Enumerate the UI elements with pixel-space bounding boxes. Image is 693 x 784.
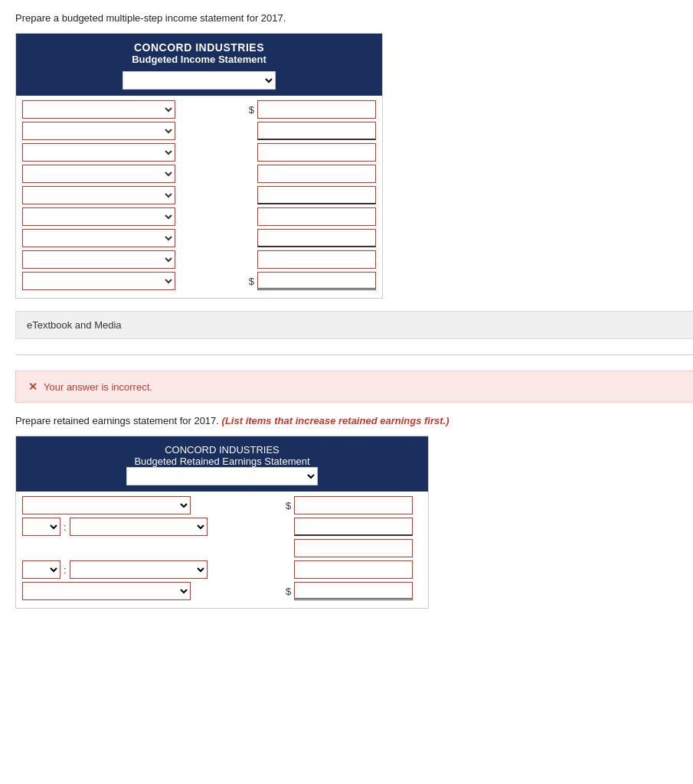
re-label-2b[interactable] bbox=[70, 518, 208, 536]
re-row-5: $ bbox=[22, 582, 422, 600]
dollar-9: $ bbox=[249, 276, 254, 287]
re-row-4: : $ bbox=[22, 560, 422, 579]
income-label-8[interactable] bbox=[22, 250, 175, 269]
re-label-2a[interactable] bbox=[22, 518, 60, 536]
income-value-7[interactable] bbox=[257, 229, 376, 247]
income-row-3: $ bbox=[22, 143, 376, 162]
income-label-2[interactable] bbox=[22, 122, 175, 140]
re-company-name: CONCORD INDUSTRIES bbox=[22, 444, 422, 456]
instruction-2-main: Prepare retained earnings statement for … bbox=[15, 415, 219, 426]
income-value-5[interactable] bbox=[257, 186, 376, 204]
re-statement-body: $ : $ bbox=[16, 492, 428, 608]
re-label-1[interactable] bbox=[22, 496, 191, 514]
income-row-2: $ bbox=[22, 122, 376, 140]
separator-1 bbox=[15, 354, 693, 355]
income-date-select[interactable] bbox=[123, 71, 276, 90]
income-label-7[interactable] bbox=[22, 229, 175, 247]
income-statement-container: CONCORD INDUSTRIES Budgeted Income State… bbox=[15, 33, 383, 299]
income-value-8[interactable] bbox=[257, 250, 376, 269]
re-dollar-5: $ bbox=[286, 586, 291, 597]
re-value-1[interactable] bbox=[294, 496, 413, 514]
income-row-7: $ bbox=[22, 229, 376, 247]
income-label-9[interactable] bbox=[22, 272, 175, 290]
re-label-4b[interactable] bbox=[70, 560, 208, 579]
income-label-1[interactable] bbox=[22, 100, 175, 119]
income-row-1: $ bbox=[22, 100, 376, 119]
re-date-select[interactable] bbox=[126, 467, 318, 485]
income-statement-header: CONCORD INDUSTRIES Budgeted Income State… bbox=[16, 34, 382, 96]
re-value-2[interactable] bbox=[294, 518, 413, 536]
income-statement-title: Budgeted Income Statement bbox=[22, 54, 376, 65]
income-row-8: $ bbox=[22, 250, 376, 269]
re-row-2: : $ bbox=[22, 518, 422, 536]
income-label-6[interactable] bbox=[22, 207, 175, 226]
re-colon-2: : bbox=[64, 521, 67, 533]
re-colon-4: : bbox=[64, 564, 67, 576]
income-value-1[interactable] bbox=[257, 100, 376, 119]
instruction-2: Prepare retained earnings statement for … bbox=[15, 415, 678, 426]
income-row-9: $ bbox=[22, 272, 376, 290]
income-value-3[interactable] bbox=[257, 143, 376, 162]
income-row-4: $ bbox=[22, 165, 376, 183]
income-row-5: $ bbox=[22, 186, 376, 204]
re-value-5[interactable] bbox=[294, 582, 413, 600]
income-value-4[interactable] bbox=[257, 165, 376, 183]
income-label-4[interactable] bbox=[22, 165, 175, 183]
income-value-2[interactable] bbox=[257, 122, 376, 140]
instruction-1: Prepare a budgeted multiple-step income … bbox=[15, 12, 678, 24]
income-label-3[interactable] bbox=[22, 143, 175, 162]
error-banner: ✕ Your answer is incorrect. bbox=[15, 371, 693, 403]
re-value-3[interactable] bbox=[294, 539, 413, 557]
re-value-4[interactable] bbox=[294, 560, 413, 579]
error-icon: ✕ bbox=[28, 381, 38, 393]
dollar-1: $ bbox=[249, 104, 254, 116]
re-dollar-1: $ bbox=[286, 500, 291, 511]
income-statement-body: $ $ bbox=[16, 96, 382, 298]
etextbook-bar: eTextbook and Media bbox=[15, 311, 693, 339]
re-row-1: $ bbox=[22, 496, 422, 514]
income-row-6: $ bbox=[22, 207, 376, 226]
error-message: Your answer is incorrect. bbox=[44, 381, 152, 393]
re-label-5[interactable] bbox=[22, 582, 191, 600]
income-company-name: CONCORD INDUSTRIES bbox=[22, 41, 376, 54]
re-label-4a[interactable] bbox=[22, 560, 60, 579]
re-statement-header: CONCORD INDUSTRIES Budgeted Retained Ear… bbox=[16, 436, 428, 492]
re-statement-container: CONCORD INDUSTRIES Budgeted Retained Ear… bbox=[15, 436, 429, 609]
instruction-2-red: (List items that increase retained earni… bbox=[222, 415, 449, 426]
income-value-9[interactable] bbox=[257, 272, 376, 290]
re-row-3: $ bbox=[22, 539, 422, 557]
income-value-6[interactable] bbox=[257, 207, 376, 226]
re-statement-title: Budgeted Retained Earnings Statement bbox=[22, 456, 422, 467]
income-label-5[interactable] bbox=[22, 186, 175, 204]
